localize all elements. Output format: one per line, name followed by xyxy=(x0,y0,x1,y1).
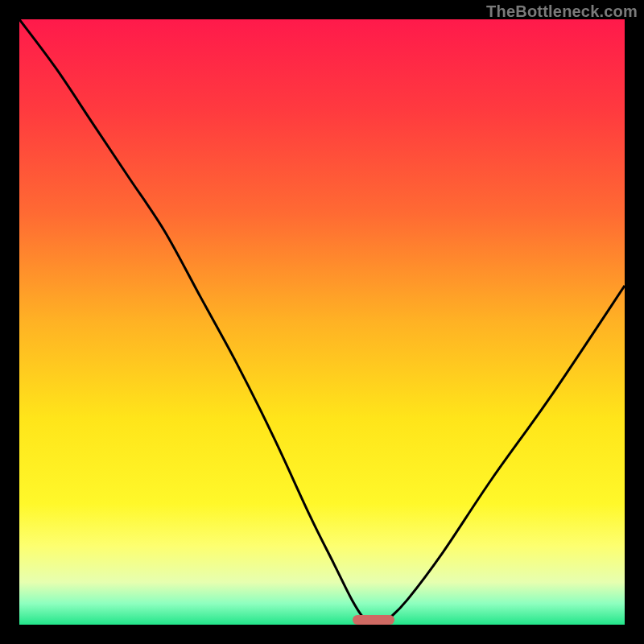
bottleneck-chart: TheBottleneck.com xyxy=(0,0,644,644)
plot-area xyxy=(19,19,625,625)
svg-rect-0 xyxy=(19,19,625,625)
minimum-marker xyxy=(353,615,395,625)
watermark-text: TheBottleneck.com xyxy=(486,2,638,21)
gradient-background xyxy=(19,19,625,625)
